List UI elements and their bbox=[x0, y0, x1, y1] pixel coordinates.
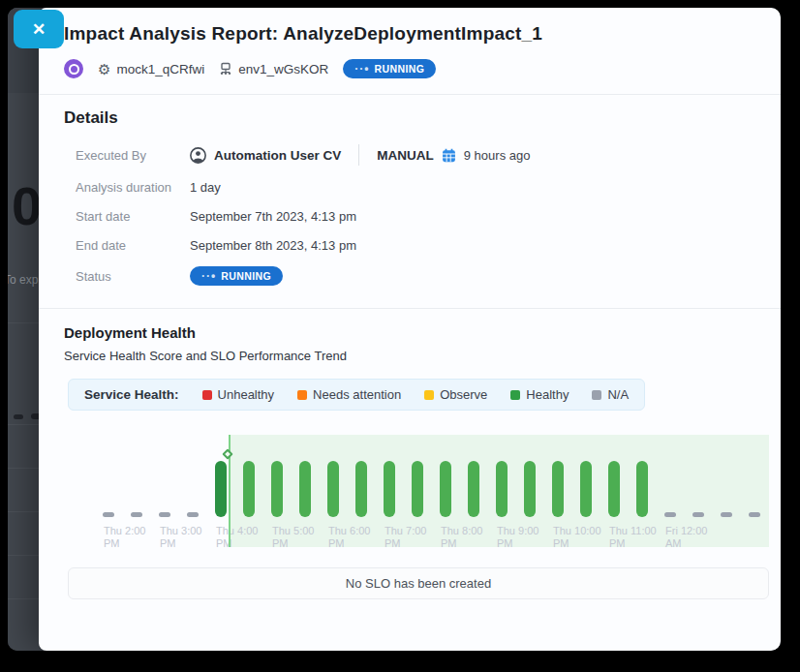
x-axis-tick-label: Thu 11:00PM bbox=[609, 525, 657, 549]
gear-icon: ⚙ bbox=[98, 62, 110, 76]
details-table: Executed By Automation User CV MANUAL bbox=[64, 137, 759, 292]
health-bar-na[interactable] bbox=[664, 512, 676, 517]
health-bar-healthy[interactable] bbox=[636, 461, 648, 517]
value-divider bbox=[358, 144, 359, 166]
service-health-legend: Service Health: UnhealthyNeeds attention… bbox=[68, 379, 645, 411]
app-frame: 0 To exp ✕ Impact Analysis Report: Analy… bbox=[8, 8, 781, 651]
detail-label: End date bbox=[76, 238, 190, 253]
health-bar-healthy[interactable] bbox=[215, 461, 227, 517]
close-drawer-button[interactable]: ✕ bbox=[14, 10, 64, 48]
mock-service-chip[interactable]: ⚙ mock1_qCRfwi bbox=[98, 62, 204, 76]
impact-analysis-drawer: Impact Analysis Report: AnalyzeDeploymen… bbox=[39, 8, 781, 651]
detail-value: Automation User CV MANUAL 9 hour bbox=[190, 144, 530, 166]
health-score-chart[interactable]: Thu 2:00PMThu 3:00PMThu 4:00PMThu 5:00PM… bbox=[68, 424, 769, 558]
health-bar-na[interactable] bbox=[749, 512, 760, 517]
calendar-icon bbox=[442, 148, 456, 163]
health-bar-healthy[interactable] bbox=[468, 461, 479, 517]
detail-row-analysis-duration: Analysis duration 1 day bbox=[64, 172, 759, 201]
detail-value: September 7th 2023, 4:13 pm bbox=[190, 209, 356, 224]
page-title: Impact Analysis Report: AnalyzeDeploymen… bbox=[64, 8, 759, 45]
backdrop-big-number: 0 bbox=[12, 174, 42, 237]
health-bar-na[interactable] bbox=[131, 512, 142, 517]
health-bar-na[interactable] bbox=[103, 512, 114, 517]
executed-time: 9 hours ago bbox=[464, 148, 531, 163]
legend-item-label: Observe bbox=[440, 387, 487, 402]
health-bar-healthy[interactable] bbox=[440, 461, 451, 517]
detail-label: Analysis duration bbox=[76, 180, 190, 195]
health-bar-na[interactable] bbox=[721, 512, 732, 517]
slo-empty-message: No SLO has been created bbox=[346, 576, 491, 591]
legend-swatch-icon bbox=[510, 390, 520, 400]
legend-item-label: Unhealthy bbox=[218, 387, 275, 402]
health-bar-healthy[interactable] bbox=[552, 461, 564, 517]
detail-row-end-date: End date September 8th 2023, 4:13 pm bbox=[64, 230, 759, 260]
health-bar-healthy[interactable] bbox=[580, 461, 592, 517]
health-bar-na[interactable] bbox=[159, 512, 170, 517]
detail-label: Status bbox=[76, 269, 190, 284]
slo-empty-state: No SLO has been created bbox=[68, 567, 769, 599]
running-dots-icon: ··• bbox=[201, 270, 216, 282]
running-dots-icon: ··• bbox=[354, 63, 369, 75]
legend-item: Unhealthy bbox=[202, 387, 275, 402]
legend-item: Needs attention bbox=[297, 387, 401, 402]
close-icon: ✕ bbox=[32, 19, 46, 40]
health-bar-healthy[interactable] bbox=[299, 461, 311, 517]
user-icon bbox=[190, 147, 206, 164]
health-bar-healthy[interactable] bbox=[384, 461, 395, 517]
report-meta-row: ⚙ mock1_qCRfwi env1_wGsKOR ··• bbox=[64, 59, 759, 78]
executed-by-user: Automation User CV bbox=[214, 148, 341, 163]
x-axis-tick-label: Fri 12:00AM bbox=[665, 525, 707, 549]
x-axis-tick-label: Thu 7:00PM bbox=[385, 525, 426, 549]
detail-label: Start date bbox=[76, 209, 190, 224]
environment-chip[interactable]: env1_wGsKOR bbox=[219, 62, 328, 76]
x-axis-tick-label: Thu 4:00PM bbox=[216, 525, 258, 549]
trigger-type: MANUAL bbox=[377, 148, 434, 163]
detail-row-status: Status ··• RUNNING bbox=[64, 260, 759, 292]
legend-swatch-icon bbox=[297, 390, 307, 400]
detail-value: ··• RUNNING bbox=[190, 266, 283, 286]
legend-item: N/A bbox=[592, 387, 629, 402]
backdrop-partial-text: To exp bbox=[8, 273, 38, 287]
health-bar-healthy[interactable] bbox=[524, 461, 536, 517]
detail-value: September 8th 2023, 4:13 pm bbox=[190, 238, 356, 253]
health-bar-healthy[interactable] bbox=[412, 461, 423, 517]
mock-service-name: mock1_qCRfwi bbox=[116, 62, 204, 76]
environment-name: env1_wGsKOR bbox=[238, 62, 328, 76]
health-bar-na[interactable] bbox=[187, 512, 199, 517]
legend-swatch-icon bbox=[424, 390, 434, 400]
health-bar-healthy[interactable] bbox=[327, 461, 339, 517]
health-bar-healthy[interactable] bbox=[608, 461, 620, 517]
legend-item-label: N/A bbox=[607, 387, 629, 402]
status-badge: ··• RUNNING bbox=[190, 266, 283, 286]
status-badge: ··• RUNNING bbox=[343, 59, 436, 78]
x-axis-tick-label: Thu 6:00PM bbox=[328, 525, 370, 549]
legend-title: Service Health: bbox=[84, 387, 179, 402]
deployment-health-subtitle: Service Health Score and SLO Performance… bbox=[64, 349, 759, 363]
deployment-health-heading: Deployment Health bbox=[64, 309, 759, 341]
details-heading: Details bbox=[64, 95, 759, 128]
x-axis-tick-label: Thu 8:00PM bbox=[441, 525, 482, 549]
x-axis-tick-label: Thu 10:00PM bbox=[553, 525, 601, 549]
status-badge-label: RUNNING bbox=[221, 270, 271, 282]
health-bar-healthy[interactable] bbox=[355, 461, 367, 517]
legend-swatch-icon bbox=[202, 390, 212, 400]
health-bar-healthy[interactable] bbox=[496, 461, 508, 517]
detail-row-start-date: Start date September 7th 2023, 4:13 pm bbox=[64, 201, 759, 230]
environment-icon bbox=[219, 62, 232, 76]
health-bar-na[interactable] bbox=[692, 512, 704, 517]
backdrop-dash bbox=[14, 414, 23, 419]
health-bar-healthy[interactable] bbox=[243, 461, 255, 517]
detail-label: Executed By bbox=[76, 148, 190, 163]
status-badge-label: RUNNING bbox=[374, 63, 424, 75]
legend-item: Healthy bbox=[510, 387, 569, 402]
detail-row-executed-by: Executed By Automation User CV MANUAL bbox=[64, 137, 759, 172]
x-axis-tick-label: Thu 9:00PM bbox=[497, 525, 538, 549]
x-axis-tick-label: Thu 3:00PM bbox=[160, 525, 201, 549]
legend-swatch-icon bbox=[592, 390, 601, 400]
legend-item: Observe bbox=[424, 387, 487, 402]
detail-value: 1 day bbox=[190, 180, 221, 195]
x-axis-tick-label: Thu 5:00PM bbox=[272, 525, 314, 549]
legend-item-label: Needs attention bbox=[313, 387, 401, 402]
report-avatar-icon bbox=[64, 59, 83, 78]
health-bar-healthy[interactable] bbox=[271, 461, 283, 517]
